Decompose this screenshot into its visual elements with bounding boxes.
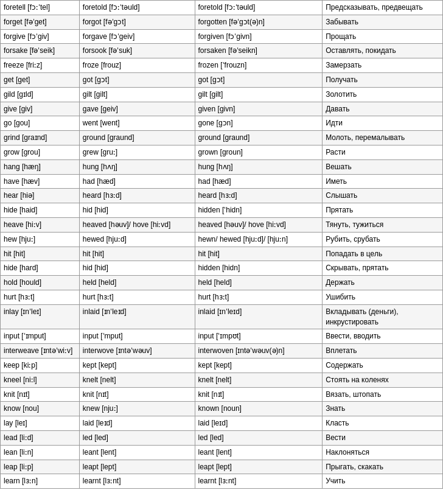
translation: Прыгать, скакать xyxy=(323,460,443,474)
table-row: learn [lɜːn]learnt [lɜːnt]learnt [lɜːnt]… xyxy=(1,474,443,489)
table-row: forsake [fəˈseik]forsook [fəˈsuk]forsake… xyxy=(1,44,443,58)
participle-form: input [ˈɪmpʊt] xyxy=(195,329,323,344)
participle-form: knelt [nelt] xyxy=(195,373,323,387)
past-form: gilt [gilt] xyxy=(79,87,195,102)
translation: Тянуть, тужиться xyxy=(323,217,443,232)
base-form: forgive [fɔˈgiv] xyxy=(1,29,80,44)
base-form: learn [lɜːn] xyxy=(1,474,80,489)
participle-form: forgiven [fɔˈgivn] xyxy=(195,29,323,44)
translation: Замерзать xyxy=(323,58,443,73)
past-form: grew [gruː] xyxy=(79,145,195,159)
translation: Предсказывать, предвещать xyxy=(323,1,443,15)
base-form: heave [hiːv] xyxy=(1,217,80,232)
translation: Наклоняться xyxy=(323,445,443,460)
table-row: have [hæv]had [hæd]had [hæd]Иметь xyxy=(1,174,443,189)
participle-form: held [held] xyxy=(195,276,323,290)
participle-form: inlaid [ɪnˈleɪd] xyxy=(195,304,323,329)
table-row: hew [hjuː]hewed [hjuːd]hewn/ hewed [hjuː… xyxy=(1,232,443,247)
participle-form: forsaken [fəˈseikn] xyxy=(195,44,323,58)
base-form: gild [gɪld] xyxy=(1,87,80,102)
past-form: forgot [fəˈgɔt] xyxy=(79,15,195,29)
participle-form: had [hæd] xyxy=(195,174,323,189)
base-form: freeze [friːz] xyxy=(1,58,80,73)
past-form: gave [geiv] xyxy=(79,102,195,116)
participle-form: gilt [gilt] xyxy=(195,87,323,102)
base-form: have [hæv] xyxy=(1,174,80,189)
translation: Золотить xyxy=(323,87,443,102)
table-row: keep [kiːp]kept [kept]kept [kept]Содержа… xyxy=(1,358,443,373)
past-form: learnt [lɜːnt] xyxy=(79,474,195,489)
participle-form: gone [gɔn] xyxy=(195,116,323,131)
past-form: leant [lent] xyxy=(79,445,195,460)
participle-form: got [gɔt] xyxy=(195,72,323,87)
translation: Молоть, перемалывать xyxy=(323,131,443,145)
base-form: lead [liːd] xyxy=(1,430,80,445)
base-form: hold [hould] xyxy=(1,276,80,290)
past-form: held [held] xyxy=(79,276,195,290)
base-form: get [get] xyxy=(1,72,80,87)
translation: Получать xyxy=(323,72,443,87)
base-form: input [ˈɪmput] xyxy=(1,329,80,344)
base-form: give [giv] xyxy=(1,102,80,116)
past-form: inlaid [ɪnˈleɪd] xyxy=(79,304,195,329)
table-row: lean [liːn]leant [lent]leant [lent]Накло… xyxy=(1,445,443,460)
translation: Оставлять, покидать xyxy=(323,44,443,58)
table-row: know [nou]knew [njuː]known [noun]Знать xyxy=(1,402,443,416)
translation: Ввести, вводить xyxy=(323,329,443,344)
table-row: kneel [niːl]knelt [nelt]knelt [nelt]Стоя… xyxy=(1,373,443,387)
base-form: lay [leɪ] xyxy=(1,416,80,431)
participle-form: hurt [hɜːt] xyxy=(195,290,323,304)
past-form: forsook [fəˈsuk] xyxy=(79,44,195,58)
translation: Учить xyxy=(323,474,443,489)
base-form: inlay [ɪnˈleɪ] xyxy=(1,304,80,329)
table-row: input [ˈɪmput]input [ˈmput]input [ˈɪmpʊt… xyxy=(1,329,443,344)
past-form: hid [hid] xyxy=(79,261,195,276)
table-row: hang [hæŋ]hung [hʌŋ]hung [hʌŋ]Вешать xyxy=(1,159,443,174)
table-row: hide [haid]hid [hid]hidden [ˈhidn]Прятат… xyxy=(1,203,443,218)
base-form: go [gou] xyxy=(1,116,80,131)
past-form: hit [hit] xyxy=(79,247,195,261)
participle-form: forgotten [fəˈgɔt(ə)n] xyxy=(195,15,323,29)
base-form: interweave [ɪntəˈwiːv] xyxy=(1,344,80,359)
table-row: get [get]got [gɔt]got [gɔt]Получать xyxy=(1,72,443,87)
base-form: hurt [hɜːt] xyxy=(1,290,80,304)
past-form: heaved [həuv]/ hove [hiːvd] xyxy=(79,217,195,232)
base-form: hit [hit] xyxy=(1,247,80,261)
translation: Прощать xyxy=(323,29,443,44)
participle-form: foretold [fɔːˈtəuld] xyxy=(195,1,323,15)
table-row: leap [liːp]leapt [lept]leapt [lept]Прыга… xyxy=(1,460,443,474)
table-row: heave [hiːv]heaved [həuv]/ hove [hiːvd]h… xyxy=(1,217,443,232)
past-form: had [hæd] xyxy=(79,174,195,189)
participle-form: heard [hɜːd] xyxy=(195,189,323,203)
table-row: interweave [ɪntəˈwiːv]interwove [ɪntəˈwə… xyxy=(1,344,443,359)
translation: Класть xyxy=(323,416,443,431)
participle-form: leapt [lept] xyxy=(195,460,323,474)
irregular-verbs-table: foretell [fɔːˈtel]foretold [fɔːˈtəuld]fo… xyxy=(0,0,443,489)
table-row: inlay [ɪnˈleɪ]inlaid [ɪnˈleɪd]inlaid [ɪn… xyxy=(1,304,443,329)
past-form: input [ˈmput] xyxy=(79,329,195,344)
past-form: heard [hɜːd] xyxy=(79,189,195,203)
table-row: hurt [hɜːt]hurt [hɜːt]hurt [hɜːt]Ушибить xyxy=(1,290,443,304)
table-row: hold [hould]held [held]held [held]Держат… xyxy=(1,276,443,290)
table-row: grow [grou]grew [gruː]grown [groun]Расти xyxy=(1,145,443,159)
base-form: leap [liːp] xyxy=(1,460,80,474)
translation: Знать xyxy=(323,402,443,416)
past-form: knit [nɪt] xyxy=(79,387,195,402)
table-row: hear [hiə]heard [hɜːd]heard [hɜːd]Слышат… xyxy=(1,189,443,203)
translation: Содержать xyxy=(323,358,443,373)
translation: Прятать xyxy=(323,203,443,218)
base-form: kneel [niːl] xyxy=(1,373,80,387)
participle-form: heaved [həuv]/ hove [hiːvd] xyxy=(195,217,323,232)
past-form: forgave [fɔˈgeiv] xyxy=(79,29,195,44)
past-form: ground [graund] xyxy=(79,131,195,145)
table-row: foretell [fɔːˈtel]foretold [fɔːˈtəuld]fo… xyxy=(1,1,443,15)
base-form: keep [kiːp] xyxy=(1,358,80,373)
base-form: hide [hard] xyxy=(1,261,80,276)
participle-form: hit [hit] xyxy=(195,247,323,261)
base-form: foretell [fɔːˈtel] xyxy=(1,1,80,15)
translation: Вязать, штопать xyxy=(323,387,443,402)
translation: Идти xyxy=(323,116,443,131)
past-form: hurt [hɜːt] xyxy=(79,290,195,304)
table-row: go [gou]went [went]gone [gɔn]Идти xyxy=(1,116,443,131)
base-form: hear [hiə] xyxy=(1,189,80,203)
